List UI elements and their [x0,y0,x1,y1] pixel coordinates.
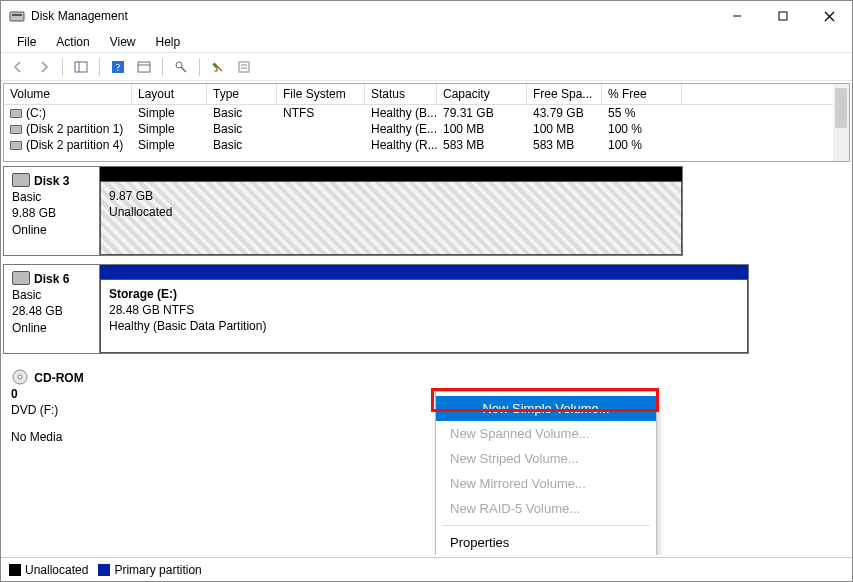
menu-action[interactable]: Action [48,33,97,51]
disk-info[interactable]: Disk 3 Basic 9.88 GB Online [4,167,100,255]
col-layout[interactable]: Layout [132,84,207,104]
window-title: Disk Management [31,9,128,23]
disk-kind: Basic [12,287,91,303]
properties-button[interactable] [233,56,255,78]
cell-free: 43.79 GB [527,105,602,121]
col-blank [682,84,849,104]
col-freespace[interactable]: Free Spa... [527,84,602,104]
menu-help[interactable]: Help [148,33,189,51]
cell-free: 100 MB [527,121,602,137]
legend-unallocated: Unallocated [9,563,88,577]
cell-fs [277,137,365,153]
col-capacity[interactable]: Capacity [437,84,527,104]
cell-capacity: 100 MB [437,121,527,137]
table-row[interactable]: (C:) Simple Basic NTFS Healthy (B... 79.… [4,105,849,121]
cd-icon [11,368,29,386]
disk-volumes: 9.87 GB Unallocated [100,167,682,255]
cell-status: Healthy (R... [365,137,437,153]
volume-size: 9.87 GB [109,188,673,204]
disk-icon [10,109,22,118]
disk-info[interactable]: Disk 6 Basic 28.48 GB Online [4,265,100,353]
col-status[interactable]: Status [365,84,437,104]
swatch-unallocated [9,564,21,576]
disk-size: 9.88 GB [12,205,91,221]
window: Disk Management File Action View Help [0,0,853,582]
ctx-new-striped-volume: New Striped Volume... [436,446,656,471]
table-row[interactable]: (Disk 2 partition 1) Simple Basic Health… [4,121,849,137]
help-button[interactable]: ? [107,56,129,78]
col-volume[interactable]: Volume [4,84,132,104]
disk-row-disk6: Disk 6 Basic 28.48 GB Online Storage (E:… [3,264,749,354]
svg-rect-10 [138,62,150,72]
svg-point-18 [18,375,22,379]
disk-size: 28.48 GB [12,303,91,319]
menubar: File Action View Help [1,31,852,53]
back-button[interactable] [7,56,29,78]
disk-name: Disk 3 [34,174,69,188]
volume-unallocated[interactable]: 9.87 GB Unallocated [100,181,682,255]
disk-name: Disk 6 [34,272,69,286]
volume-header-bar [100,265,748,279]
ctx-new-mirrored-volume: New Mirrored Volume... [436,471,656,496]
refresh-button[interactable] [207,56,229,78]
ctx-new-simple-volume[interactable]: New Simple Volume... [436,396,656,421]
maximize-button[interactable] [760,1,806,31]
disk-volumes: Storage (E:) 28.48 GB NTFS Healthy (Basi… [100,265,748,353]
svg-rect-6 [75,62,87,72]
menu-file[interactable]: File [9,33,44,51]
volume-list-body: (C:) Simple Basic NTFS Healthy (B... 79.… [4,105,849,161]
volume-title: Storage (E:) [109,287,177,301]
volume-size-fs: 28.48 GB NTFS [109,302,739,318]
cell-fs: NTFS [277,105,365,121]
cell-volume: (Disk 2 partition 1) [26,122,123,136]
context-menu: New Simple Volume... New Spanned Volume.… [435,391,657,555]
cell-pct: 100 % [602,121,682,137]
volume-status: Healthy (Basic Data Partition) [109,318,739,334]
ctx-new-raid5-volume: New RAID-5 Volume... [436,496,656,521]
legend-primary-partition: Primary partition [98,563,201,577]
volume-label: Unallocated [109,204,673,220]
cell-fs [277,121,365,137]
close-button[interactable] [806,1,852,31]
cell-capacity: 583 MB [437,137,527,153]
minimize-button[interactable] [714,1,760,31]
col-filesystem[interactable]: File System [277,84,365,104]
cell-type: Basic [207,137,277,153]
cell-volume: (C:) [26,106,46,120]
cell-status: Healthy (B... [365,105,437,121]
volume-list-header: Volume Layout Type File System Status Ca… [4,84,849,105]
volume-storage-e[interactable]: Storage (E:) 28.48 GB NTFS Healthy (Basi… [100,279,748,353]
col-type[interactable]: Type [207,84,277,104]
disk-info[interactable]: CD-ROM 0 DVD (F:) No Media [3,362,99,448]
col-pctfree[interactable]: % Free [602,84,682,104]
disk-state: Online [12,222,91,238]
cell-status: Healthy (E... [365,121,437,137]
ctx-properties[interactable]: Properties [436,530,656,555]
svg-text:?: ? [116,62,121,73]
ctx-new-spanned-volume: New Spanned Volume... [436,421,656,446]
menu-view[interactable]: View [102,33,144,51]
svg-rect-0 [10,12,24,21]
cell-type: Basic [207,121,277,137]
volume-list[interactable]: Volume Layout Type File System Status Ca… [3,83,850,162]
settings-button[interactable] [170,56,192,78]
show-hide-console-tree-button[interactable] [70,56,92,78]
cell-layout: Simple [132,121,207,137]
disk-icon [12,173,30,187]
disk-state: Online [12,320,91,336]
forward-button[interactable] [33,56,55,78]
legend-bar: Unallocated Primary partition [1,557,852,581]
cell-free: 583 MB [527,137,602,153]
disk-icon [10,141,22,150]
disk-drive-letter: DVD (F:) [11,402,91,418]
action-list-button[interactable] [133,56,155,78]
svg-rect-3 [779,12,787,20]
disk-icon [10,125,22,134]
cell-layout: Simple [132,137,207,153]
disk-management-icon [9,8,25,24]
volume-list-scrollbar[interactable] [833,84,849,161]
cell-type: Basic [207,105,277,121]
cell-pct: 55 % [602,105,682,121]
swatch-primary [98,564,110,576]
table-row[interactable]: (Disk 2 partition 4) Simple Basic Health… [4,137,849,153]
